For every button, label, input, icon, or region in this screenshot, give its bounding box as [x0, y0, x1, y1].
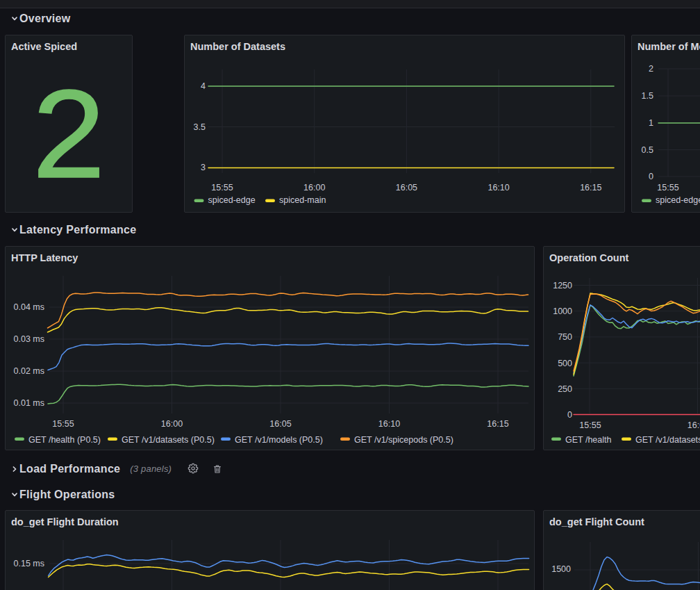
- svg-text:GET /v1/spicepods (P0.5): GET /v1/spicepods (P0.5): [354, 435, 453, 445]
- svg-text:0.03 ms: 0.03 ms: [14, 334, 44, 344]
- svg-text:3.5: 3.5: [194, 122, 206, 132]
- svg-text:0.01 ms: 0.01 ms: [14, 398, 44, 408]
- svg-text:0.04 ms: 0.04 ms: [14, 302, 44, 312]
- svg-text:3: 3: [201, 163, 206, 172]
- svg-text:15:55: 15:55: [211, 183, 233, 192]
- svg-text:GET /v1/models (P0.5): GET /v1/models (P0.5): [235, 435, 323, 445]
- svg-text:1: 1: [649, 118, 653, 128]
- svg-text:16:15: 16:15: [487, 419, 508, 429]
- svg-text:15:55: 15:55: [52, 419, 74, 429]
- svg-text:16:10: 16:10: [378, 419, 400, 429]
- svg-text:0.5: 0.5: [642, 145, 653, 155]
- svg-text:spiced-edge: spiced-edge: [656, 195, 700, 205]
- svg-text:GET /v1/datasets (P0.5): GET /v1/datasets (P0.5): [122, 435, 215, 445]
- svg-text:16:05: 16:05: [396, 183, 417, 192]
- svg-text:1000: 1000: [553, 306, 572, 316]
- svg-text:15:55: 15:55: [657, 183, 678, 192]
- svg-text:16:00: 16:00: [303, 183, 325, 192]
- svg-text:750: 750: [558, 332, 572, 342]
- svg-text:spiced-edge: spiced-edge: [208, 195, 256, 205]
- svg-text:16:15: 16:15: [580, 183, 601, 192]
- svg-text:250: 250: [558, 384, 572, 394]
- svg-text:GET /health: GET /health: [565, 435, 612, 445]
- svg-text:GET /v1/datasets (P0.5): GET /v1/datasets (P0.5): [635, 435, 700, 445]
- svg-text:15:55: 15:55: [579, 420, 601, 430]
- svg-text:2: 2: [649, 64, 653, 74]
- svg-text:4: 4: [201, 81, 206, 91]
- svg-text:0.15 ms: 0.15 ms: [14, 559, 44, 568]
- svg-text:1500: 1500: [551, 564, 571, 574]
- svg-text:16:10: 16:10: [488, 183, 509, 192]
- svg-text:500: 500: [558, 359, 572, 368]
- svg-text:spiced-main: spiced-main: [279, 195, 326, 205]
- svg-text:16:00: 16:00: [688, 420, 700, 430]
- svg-text:1250: 1250: [553, 281, 572, 290]
- svg-text:0.02 ms: 0.02 ms: [14, 366, 44, 376]
- svg-text:0: 0: [567, 410, 572, 420]
- svg-text:GET /health (P0.5): GET /health (P0.5): [28, 435, 101, 445]
- svg-text:16:05: 16:05: [269, 419, 291, 429]
- svg-text:16:00: 16:00: [161, 419, 183, 429]
- svg-text:0: 0: [649, 172, 653, 181]
- svg-text:1.5: 1.5: [642, 91, 653, 101]
